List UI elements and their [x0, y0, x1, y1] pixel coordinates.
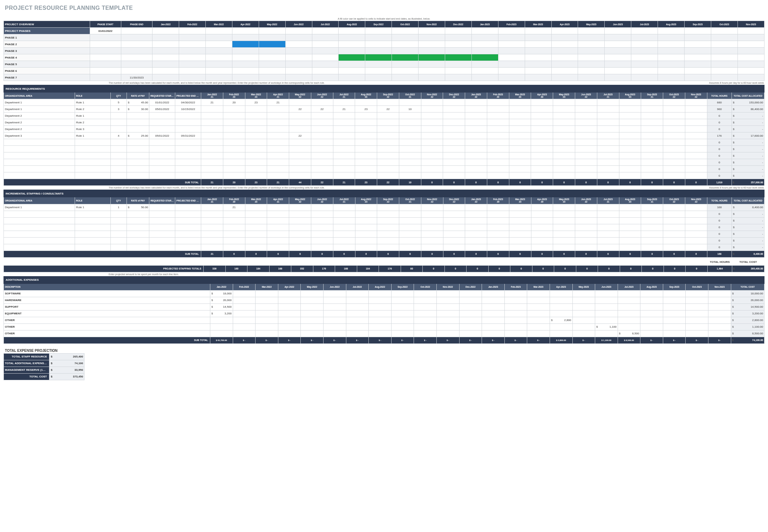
- gantt-cell[interactable]: [419, 74, 445, 81]
- gantt-cell[interactable]: [205, 34, 232, 41]
- gantt-cell[interactable]: [259, 68, 285, 74]
- gantt-cell[interactable]: [525, 34, 551, 41]
- gantt-cell[interactable]: [471, 34, 498, 41]
- gantt-cell[interactable]: [312, 41, 339, 48]
- gantt-cell[interactable]: [365, 54, 392, 61]
- gantt-cell[interactable]: [312, 48, 339, 54]
- gantt-cell[interactable]: [738, 41, 764, 48]
- gantt-cell[interactable]: [339, 34, 365, 41]
- gantt-cell[interactable]: [179, 48, 206, 54]
- gantt-cell[interactable]: [578, 74, 605, 81]
- gantt-cell[interactable]: [605, 68, 631, 74]
- gantt-cell[interactable]: [285, 41, 312, 48]
- gantt-cell[interactable]: [365, 61, 392, 68]
- gantt-cell[interactable]: [392, 48, 419, 54]
- gantt-cell[interactable]: [578, 48, 605, 54]
- gantt-cell[interactable]: [471, 74, 498, 81]
- gantt-cell[interactable]: [232, 54, 259, 61]
- gantt-cell[interactable]: [498, 48, 525, 54]
- gantt-cell[interactable]: [551, 48, 578, 54]
- gantt-cell[interactable]: [471, 61, 498, 68]
- gantt-cell[interactable]: [498, 54, 525, 61]
- gantt-cell[interactable]: [578, 61, 605, 68]
- gantt-cell[interactable]: [152, 41, 179, 48]
- gantt-cell[interactable]: [285, 34, 312, 41]
- gantt-cell[interactable]: [259, 74, 285, 81]
- gantt-cell[interactable]: [152, 68, 179, 74]
- gantt-cell[interactable]: [312, 61, 339, 68]
- gantt-cell[interactable]: [738, 48, 764, 54]
- gantt-cell[interactable]: [684, 74, 711, 81]
- gantt-cell[interactable]: [339, 41, 365, 48]
- gantt-cell[interactable]: [498, 41, 525, 48]
- gantt-cell[interactable]: [445, 41, 471, 48]
- gantt-cell[interactable]: [498, 74, 525, 81]
- gantt-cell[interactable]: [152, 34, 179, 41]
- gantt-cell[interactable]: [365, 34, 392, 41]
- gantt-cell[interactable]: [631, 41, 658, 48]
- gantt-cell[interactable]: [658, 61, 685, 68]
- gantt-cell[interactable]: [232, 41, 259, 48]
- gantt-cell[interactable]: [152, 74, 179, 81]
- gantt-cell[interactable]: [339, 68, 365, 74]
- gantt-cell[interactable]: [365, 74, 392, 81]
- gantt-cell[interactable]: [205, 54, 232, 61]
- gantt-cell[interactable]: [605, 34, 631, 41]
- gantt-cell[interactable]: [684, 61, 711, 68]
- gantt-cell[interactable]: [152, 48, 179, 54]
- gantt-cell[interactable]: [232, 34, 259, 41]
- gantt-cell[interactable]: [232, 61, 259, 68]
- gantt-cell[interactable]: [605, 74, 631, 81]
- gantt-cell[interactable]: [498, 61, 525, 68]
- gantt-cell[interactable]: [498, 34, 525, 41]
- gantt-cell[interactable]: [551, 34, 578, 41]
- gantt-cell[interactable]: [232, 74, 259, 81]
- gantt-cell[interactable]: [711, 54, 738, 61]
- gantt-cell[interactable]: [232, 48, 259, 54]
- gantt-cell[interactable]: [658, 41, 685, 48]
- gantt-cell[interactable]: [392, 41, 419, 48]
- gantt-cell[interactable]: [312, 68, 339, 74]
- gantt-cell[interactable]: [312, 74, 339, 81]
- gantt-cell[interactable]: [658, 34, 685, 41]
- gantt-cell[interactable]: [525, 61, 551, 68]
- gantt-cell[interactable]: [578, 34, 605, 41]
- gantt-cell[interactable]: [471, 54, 498, 61]
- gantt-cell[interactable]: [285, 68, 312, 74]
- gantt-cell[interactable]: [605, 41, 631, 48]
- gantt-cell[interactable]: [525, 54, 551, 61]
- gantt-cell[interactable]: [525, 48, 551, 54]
- gantt-cell[interactable]: [658, 54, 685, 61]
- gantt-cell[interactable]: [551, 74, 578, 81]
- gantt-cell[interactable]: [605, 61, 631, 68]
- gantt-cell[interactable]: [445, 74, 471, 81]
- gantt-cell[interactable]: [312, 54, 339, 61]
- gantt-cell[interactable]: [631, 54, 658, 61]
- gantt-cell[interactable]: [578, 54, 605, 61]
- gantt-cell[interactable]: [711, 61, 738, 68]
- gantt-cell[interactable]: [525, 68, 551, 74]
- gantt-cell[interactable]: [498, 68, 525, 74]
- gantt-cell[interactable]: [259, 48, 285, 54]
- gantt-cell[interactable]: [631, 68, 658, 74]
- gantt-cell[interactable]: [205, 48, 232, 54]
- gantt-cell[interactable]: [711, 74, 738, 81]
- gantt-cell[interactable]: [419, 34, 445, 41]
- gantt-cell[interactable]: [259, 34, 285, 41]
- gantt-cell[interactable]: [684, 34, 711, 41]
- gantt-cell[interactable]: [339, 74, 365, 81]
- gantt-cell[interactable]: [285, 48, 312, 54]
- gantt-cell[interactable]: [259, 61, 285, 68]
- gantt-cell[interactable]: [551, 68, 578, 74]
- gantt-cell[interactable]: [684, 68, 711, 74]
- gantt-cell[interactable]: [339, 48, 365, 54]
- gantt-cell[interactable]: [738, 54, 764, 61]
- gantt-cell[interactable]: [285, 74, 312, 81]
- gantt-cell[interactable]: [605, 54, 631, 61]
- gantt-cell[interactable]: [365, 41, 392, 48]
- gantt-cell[interactable]: [605, 48, 631, 54]
- gantt-cell[interactable]: [738, 61, 764, 68]
- gantt-cell[interactable]: [711, 34, 738, 41]
- gantt-cell[interactable]: [365, 48, 392, 54]
- gantt-cell[interactable]: [419, 48, 445, 54]
